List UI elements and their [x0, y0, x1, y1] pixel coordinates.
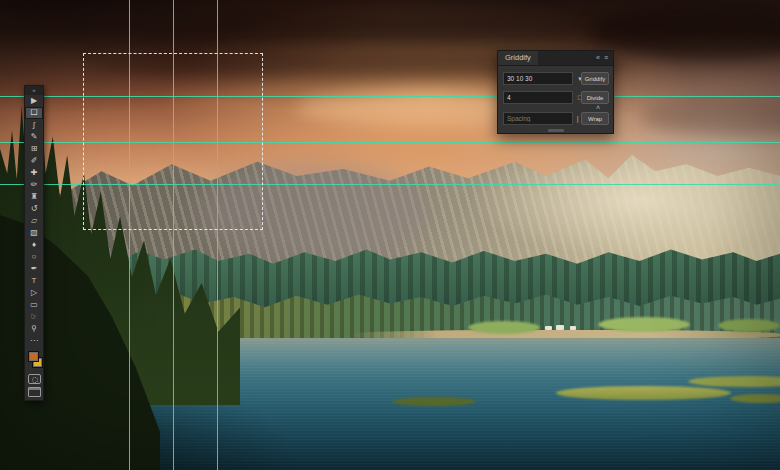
- panel-tab-griddify[interactable]: Griddify: [498, 51, 538, 65]
- move-tool[interactable]: ▶: [25, 95, 43, 107]
- path-selection-tool[interactable]: ▷: [25, 287, 43, 299]
- dodge-tool[interactable]: ○: [25, 251, 43, 263]
- quick-mask-icon: [32, 377, 38, 383]
- healing-brush-tool[interactable]: ✚: [25, 167, 43, 179]
- wrap-row: ❘❘ Wrap: [503, 112, 609, 125]
- edit-toolbar[interactable]: ⋯: [25, 335, 43, 347]
- grid-values-input[interactable]: [503, 72, 573, 85]
- panel-header: Griddify « ≡: [498, 51, 613, 66]
- type-tool[interactable]: T: [25, 275, 43, 287]
- quick-mask-button[interactable]: [28, 374, 41, 384]
- quick-selection-tool[interactable]: ✎: [25, 131, 43, 143]
- collapse-panel-icon[interactable]: «: [596, 54, 601, 61]
- eyedropper-tool[interactable]: ✐: [25, 155, 43, 167]
- expand-options-icon[interactable]: ˄: [596, 104, 600, 111]
- divide-button[interactable]: Divide: [581, 91, 609, 104]
- crop-tool[interactable]: ⊞: [25, 143, 43, 155]
- eraser-tool[interactable]: ▱: [25, 215, 43, 227]
- brush-tool[interactable]: ✏: [25, 179, 43, 191]
- wrap-button[interactable]: Wrap: [581, 112, 609, 125]
- divide-count-input[interactable]: [503, 91, 573, 104]
- zoom-tool[interactable]: ⚲: [25, 323, 43, 335]
- lasso-tool[interactable]: ʃ: [25, 119, 43, 131]
- spacing-input[interactable]: [503, 112, 573, 125]
- gradient-tool[interactable]: ▧: [25, 227, 43, 239]
- divide-row: □ Divide: [503, 91, 609, 104]
- rectangular-marquee-tool[interactable]: ☐: [25, 107, 43, 119]
- toolbar-collapse-icon[interactable]: »: [25, 86, 43, 95]
- pen-tool[interactable]: ✒: [25, 263, 43, 275]
- clone-stamp-tool[interactable]: ♜: [25, 191, 43, 203]
- panel-resize-grip[interactable]: [548, 129, 564, 132]
- color-swatches: [25, 349, 43, 371]
- griddify-row: ▾ Griddify: [503, 72, 609, 85]
- tools-panel: » ▶☐ʃ✎⊞✐✚✏♜↺▱▧♦○✒T▷▭☞⚲⋯: [24, 85, 44, 401]
- griddify-panel: Griddify « ≡ ▾ Griddify □ Divide ˄ ❘❘ Wr…: [497, 50, 614, 134]
- marquee-selection: [83, 53, 263, 230]
- shape-tool[interactable]: ▭: [25, 299, 43, 311]
- hand-tool[interactable]: ☞: [25, 311, 43, 323]
- foreground-color-swatch[interactable]: [28, 351, 39, 362]
- tool-list: ▶☐ʃ✎⊞✐✚✏♜↺▱▧♦○✒T▷▭☞⚲⋯: [25, 95, 43, 347]
- photoshop-canvas: » ▶☐ʃ✎⊞✐✚✏♜↺▱▧♦○✒T▷▭☞⚲⋯ Griddify « ≡ ▾ G…: [0, 0, 780, 470]
- blur-tool[interactable]: ♦: [25, 239, 43, 251]
- history-brush-tool[interactable]: ↺: [25, 203, 43, 215]
- screen-mode-button[interactable]: [28, 387, 41, 397]
- panel-menu-icon[interactable]: ≡: [604, 54, 609, 61]
- griddify-button[interactable]: Griddify: [581, 72, 609, 85]
